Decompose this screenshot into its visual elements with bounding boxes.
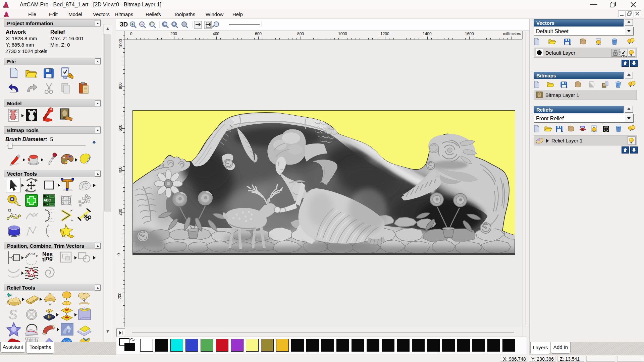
svg-text:T: T — [16, 110, 18, 113]
svg-text:Text on a curve: Text on a curve — [24, 250, 39, 259]
svg-text:ABC: ABC — [44, 198, 51, 202]
svg-text:S: S — [9, 308, 17, 322]
svg-text:+: + — [536, 141, 538, 145]
svg-text:ting: ting — [42, 255, 53, 263]
svg-text:b: b — [48, 314, 51, 319]
svg-text:T: T — [35, 110, 37, 113]
